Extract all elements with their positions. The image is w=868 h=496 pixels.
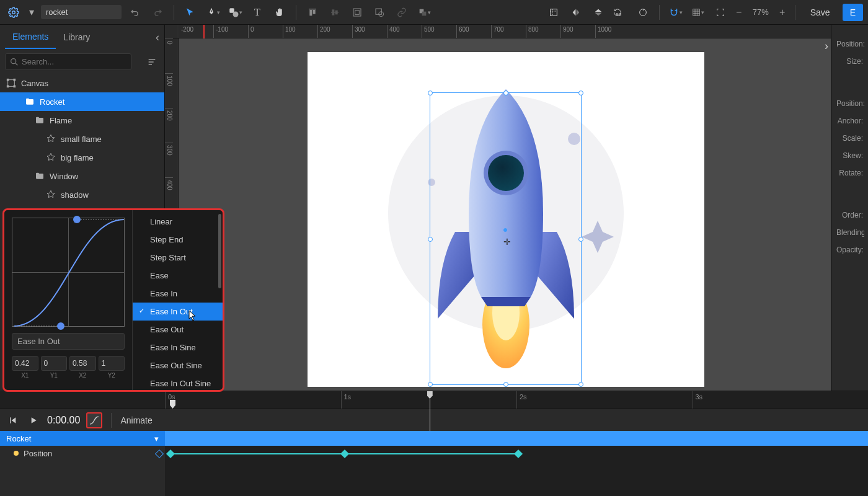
keyframe[interactable] <box>166 450 175 458</box>
easing-button[interactable] <box>86 412 102 428</box>
snap-magnet-icon[interactable]: ▾ <box>667 4 684 21</box>
path-icon <box>46 153 56 162</box>
keyframe[interactable] <box>514 450 523 458</box>
track-lanes[interactable] <box>165 431 868 496</box>
tree-item-flame[interactable]: Flame <box>0 111 164 130</box>
undo-icon[interactable] <box>126 4 144 21</box>
boolean-icon[interactable]: ▾ <box>415 4 433 21</box>
svg-rect-8 <box>332 10 334 15</box>
bounds-icon[interactable] <box>712 4 729 21</box>
easing-option[interactable]: Ease In Sine <box>133 339 223 356</box>
svg-rect-15 <box>422 11 426 16</box>
flip-v-icon[interactable] <box>590 4 607 21</box>
easing-option[interactable]: Ease In <box>133 285 223 303</box>
svg-point-0 <box>12 11 16 14</box>
track-object-rocket[interactable]: Rocket ▾ <box>0 431 165 446</box>
ruler-corner <box>165 25 179 38</box>
track-property-position[interactable]: Position <box>0 446 165 461</box>
easing-x2-input[interactable] <box>69 356 96 371</box>
goto-start-icon[interactable] <box>5 413 20 428</box>
flip-h-icon[interactable] <box>567 4 585 21</box>
easing-option[interactable]: Ease In Out <box>133 303 223 321</box>
canvas-area[interactable]: -200-10001002003004005006007008009001000… <box>165 25 831 391</box>
folder-icon <box>35 171 45 181</box>
mask-icon[interactable] <box>371 4 388 21</box>
keyframe-indicator-icon <box>14 451 19 456</box>
easing-y2-input[interactable] <box>99 356 125 371</box>
prop-position2: Position: <box>835 95 864 113</box>
play-icon[interactable] <box>26 413 41 428</box>
selection-box[interactable]: ✛ <box>430 92 582 385</box>
easing-option[interactable]: Step Start <box>133 249 223 267</box>
tree-item-small-flame[interactable]: small flame <box>0 130 164 148</box>
svg-point-1 <box>210 10 211 11</box>
pen-tool-icon[interactable]: ▾ <box>204 4 221 21</box>
artboard[interactable]: ✛ <box>308 52 704 387</box>
animate-button[interactable]: Animate <box>111 413 157 428</box>
app-menu-gear-icon[interactable] <box>5 4 22 21</box>
text-tool-icon[interactable]: T <box>249 4 266 21</box>
time-ruler[interactable]: 0s 1s 2s 3s <box>165 391 868 409</box>
prop-position: Position: <box>835 36 864 53</box>
group-icon[interactable] <box>348 4 366 21</box>
easing-y1-input[interactable] <box>41 356 68 371</box>
fit-screen-icon[interactable] <box>545 4 562 21</box>
easing-option[interactable]: Ease Out <box>133 321 223 339</box>
save-button[interactable]: Save <box>803 4 838 21</box>
top-toolbar: ▾ ▾ ▾ T ▾ 90 ▾ ▾ − 77% + Save E <box>0 0 868 25</box>
export-button[interactable]: E <box>843 4 863 21</box>
folder-icon <box>25 97 35 107</box>
easing-option[interactable]: Step End <box>133 231 223 249</box>
tab-library[interactable]: Library <box>56 26 97 48</box>
easing-option[interactable]: Ease In Out Sine <box>133 374 223 390</box>
tree-item-rocket[interactable]: Rocket <box>0 92 164 111</box>
zoom-in-icon[interactable]: + <box>777 4 787 21</box>
prop-rotate: Rotate: <box>835 165 864 182</box>
svg-point-13 <box>379 11 384 16</box>
easing-option[interactable]: Ease <box>133 267 223 285</box>
search-icon <box>9 57 19 69</box>
ruler-horizontal: -200-10001002003004005006007008009001000 <box>179 25 831 38</box>
collapse-panel-icon[interactable]: ‹ <box>156 31 159 44</box>
tree-item-big-flame[interactable]: big flame <box>0 148 164 167</box>
rotate-icon[interactable] <box>634 4 652 21</box>
keyframe[interactable] <box>340 450 349 458</box>
rotate-90-icon[interactable]: 90 <box>612 4 629 21</box>
grid-icon[interactable]: ▾ <box>689 4 707 21</box>
prop-opacity: Opacity: <box>835 242 864 259</box>
app-menu-chevron-icon[interactable]: ▾ <box>27 4 36 21</box>
easing-option[interactable]: Linear <box>133 213 223 231</box>
easing-x1-input[interactable] <box>12 356 38 371</box>
folder-icon <box>35 115 45 125</box>
easing-option[interactable]: Ease Out Sine <box>133 356 223 374</box>
hand-tool-icon[interactable] <box>271 4 288 21</box>
canvas-scroll-right-icon[interactable]: › <box>825 40 828 53</box>
zoom-out-icon[interactable]: − <box>734 4 744 21</box>
tab-elements[interactable]: Elements <box>5 25 56 49</box>
select-tool-icon[interactable] <box>182 4 199 21</box>
search-input[interactable] <box>5 53 131 70</box>
link-icon[interactable] <box>393 4 410 21</box>
align-top-icon[interactable] <box>304 4 321 21</box>
prop-anchor: Anchor: <box>835 113 864 130</box>
tree-label: Window <box>50 172 78 181</box>
current-time: 0:00.00 <box>47 415 80 426</box>
prop-size: Size: <box>835 53 864 71</box>
tree-label: big flame <box>61 153 94 162</box>
project-name-input[interactable] <box>41 5 122 19</box>
align-middle-icon[interactable] <box>326 4 343 21</box>
easing-handle-p1[interactable] <box>57 322 64 330</box>
easing-name-input[interactable] <box>12 333 125 350</box>
easing-curve-graph[interactable] <box>12 218 125 327</box>
tree-item-window[interactable]: Window <box>0 167 164 185</box>
list-options-icon[interactable] <box>144 55 159 69</box>
separator <box>795 5 795 20</box>
right-properties-panel: Position: Size: Position: Anchor: Scale:… <box>831 25 868 391</box>
prop-order: Order: <box>835 207 864 224</box>
tree-item-canvas[interactable]: Canvas <box>0 74 164 92</box>
redo-icon[interactable] <box>149 4 166 21</box>
easing-handle-p2[interactable] <box>73 216 81 223</box>
svg-rect-9 <box>335 11 337 14</box>
shape-tool-icon[interactable]: ▾ <box>226 4 244 21</box>
tree-item-shadow[interactable]: shadow <box>0 185 164 204</box>
